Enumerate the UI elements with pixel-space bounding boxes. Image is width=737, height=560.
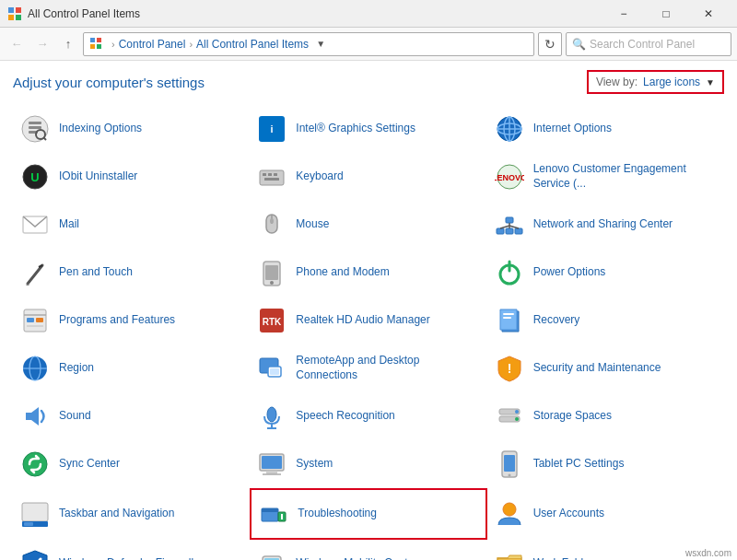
breadcrumb-dropdown[interactable]: ▼ (316, 39, 325, 49)
lenovo-customer-label[interactable]: Lenovo Customer Engagement Service (... (533, 162, 719, 191)
grid-item-recovery[interactable]: Recovery (487, 297, 724, 344)
pen-touch-label[interactable]: Pen and Touch (59, 265, 133, 280)
region-label[interactable]: Region (59, 361, 94, 376)
grid-item-pen-touch[interactable]: Pen and Touch (13, 249, 250, 297)
mail-icon (18, 208, 52, 241)
svg-rect-36 (515, 228, 522, 234)
grid-item-power-options[interactable]: Power Options (487, 249, 724, 297)
grid-item-remoteapp[interactable]: RemoteApp and Desktop Connections (250, 344, 486, 392)
troubleshooting-label[interactable]: Troubleshooting (298, 507, 377, 521)
security-maintenance-label[interactable]: Security and Maintenance (533, 361, 661, 376)
iobit-uninstaller-label[interactable]: IObit Uninstaller (59, 169, 137, 184)
svg-rect-56 (503, 313, 514, 315)
sound-label[interactable]: Sound (59, 409, 91, 424)
phone-modem-label[interactable]: Phone and Modem (296, 265, 389, 280)
speech-recognition-icon (255, 400, 288, 433)
intel-graphics-label[interactable]: Intel® Graphics Settings (296, 122, 415, 136)
taskbar-navigation-label[interactable]: Taskbar and Navigation (59, 507, 174, 521)
svg-rect-3 (16, 15, 21, 20)
grid-item-security-maintenance[interactable]: !Security and Maintenance (487, 344, 724, 392)
svg-rect-24 (263, 173, 266, 176)
back-button[interactable]: ← (6, 33, 28, 55)
breadcrumb-all-items[interactable]: All Control Panel Items (196, 38, 309, 51)
recovery-label[interactable]: Recovery (533, 313, 580, 328)
indexing-options-label[interactable]: Indexing Options (59, 122, 142, 136)
grid-item-phone-modem[interactable]: Phone and Modem (250, 249, 486, 297)
grid-item-mouse[interactable]: Mouse (250, 201, 486, 249)
power-options-icon (493, 256, 526, 289)
svg-rect-9 (29, 122, 41, 124)
network-sharing-label[interactable]: Network and Sharing Center (533, 217, 673, 232)
grid-item-user-accounts[interactable]: User Accounts (487, 488, 724, 540)
grid-item-storage-spaces[interactable]: Storage Spaces (487, 392, 724, 440)
search-placeholder: Search Control Panel (590, 38, 695, 51)
up-button[interactable]: ↑ (57, 33, 79, 55)
work-folders-icon (493, 547, 526, 560)
grid-item-programs-features[interactable]: Programs and Features (13, 297, 250, 344)
breadcrumb-control-panel[interactable]: Control Panel (119, 38, 186, 51)
mail-label[interactable]: Mail (59, 217, 79, 232)
grid-item-internet-options[interactable]: Internet Options (487, 105, 724, 153)
realtek-audio-label[interactable]: Realtek HD Audio Manager (296, 313, 429, 328)
grid-item-sound[interactable]: Sound (13, 392, 250, 440)
svg-rect-1 (16, 7, 21, 13)
grid-item-lenovo-customer[interactable]: LENOVOLenovo Customer Engagement Service… (487, 153, 724, 201)
realtek-audio-icon: RTK (255, 304, 288, 337)
grid-item-keyboard[interactable]: Keyboard (250, 153, 486, 201)
grid-item-taskbar-navigation[interactable]: Taskbar and Navigation (13, 488, 250, 540)
grid-item-troubleshooting[interactable]: Troubleshooting (250, 488, 486, 540)
network-sharing-icon (493, 208, 526, 241)
grid-item-mail[interactable]: Mail (13, 201, 250, 249)
windows-mobility-icon (255, 547, 288, 560)
grid-item-iobit-uninstaller[interactable]: UIObit Uninstaller (13, 153, 250, 201)
close-button[interactable]: ✕ (687, 0, 730, 28)
grid-item-network-sharing[interactable]: Network and Sharing Center (487, 201, 724, 249)
svg-rect-45 (265, 265, 278, 280)
tablet-pc-settings-icon (493, 448, 526, 481)
viewby-selector[interactable]: View by: Large icons ▼ (587, 70, 724, 94)
restore-button[interactable]: □ (645, 0, 687, 28)
speech-recognition-label[interactable]: Speech Recognition (296, 409, 394, 424)
remoteapp-label[interactable]: RemoteApp and Desktop Connections (296, 354, 481, 382)
address-box[interactable]: › Control Panel › All Control Panel Item… (83, 32, 534, 56)
windows-defender-label[interactable]: Windows Defender Firewall (59, 556, 193, 560)
forward-button[interactable]: → (31, 33, 53, 55)
sync-center-label[interactable]: Sync Center (59, 457, 120, 472)
svg-point-71 (515, 410, 519, 414)
storage-spaces-label[interactable]: Storage Spaces (533, 409, 612, 424)
tablet-pc-settings-label[interactable]: Tablet PC Settings (533, 457, 625, 472)
refresh-button[interactable]: ↻ (538, 32, 562, 56)
work-folders-label[interactable]: Work Folders (533, 556, 599, 560)
minimize-button[interactable]: − (602, 0, 645, 28)
power-options-label[interactable]: Power Options (533, 265, 606, 280)
search-box[interactable]: 🔍 Search Control Panel (566, 32, 731, 56)
grid-item-windows-defender[interactable]: Windows Defender Firewall (13, 540, 250, 560)
windows-defender-icon (18, 547, 52, 560)
svg-rect-37 (506, 217, 513, 223)
windows-mobility-label[interactable]: Windows Mobility Center (296, 556, 417, 560)
grid-item-tablet-pc-settings[interactable]: Tablet PC Settings (487, 440, 724, 488)
viewby-label: View by: (596, 76, 638, 88)
viewby-arrow-icon: ▼ (706, 77, 715, 88)
grid-item-speech-recognition[interactable]: Speech Recognition (250, 392, 486, 440)
grid-item-sync-center[interactable]: Sync Center (13, 440, 250, 488)
window-controls: − □ ✕ (602, 0, 730, 28)
grid-item-intel-graphics[interactable]: iIntel® Graphics Settings (250, 105, 486, 153)
system-icon (255, 448, 288, 481)
system-label[interactable]: System (296, 457, 333, 472)
grid-item-system[interactable]: System (250, 440, 486, 488)
mouse-label[interactable]: Mouse (296, 217, 329, 232)
user-accounts-label[interactable]: User Accounts (533, 507, 604, 521)
viewby-value: Large icons (643, 76, 700, 88)
grid-item-windows-mobility[interactable]: Windows Mobility Center (250, 540, 486, 560)
grid-item-realtek-audio[interactable]: RTKRealtek HD Audio Manager (250, 297, 486, 344)
keyboard-label[interactable]: Keyboard (296, 169, 343, 184)
grid-item-indexing-options[interactable]: Indexing Options (13, 105, 250, 153)
recovery-icon (493, 304, 526, 337)
svg-rect-52 (36, 318, 43, 322)
svg-rect-10 (29, 126, 41, 129)
programs-features-label[interactable]: Programs and Features (59, 313, 175, 328)
internet-options-label[interactable]: Internet Options (533, 122, 612, 136)
svg-text:RTK: RTK (263, 317, 282, 327)
grid-item-region[interactable]: Region (13, 344, 250, 392)
